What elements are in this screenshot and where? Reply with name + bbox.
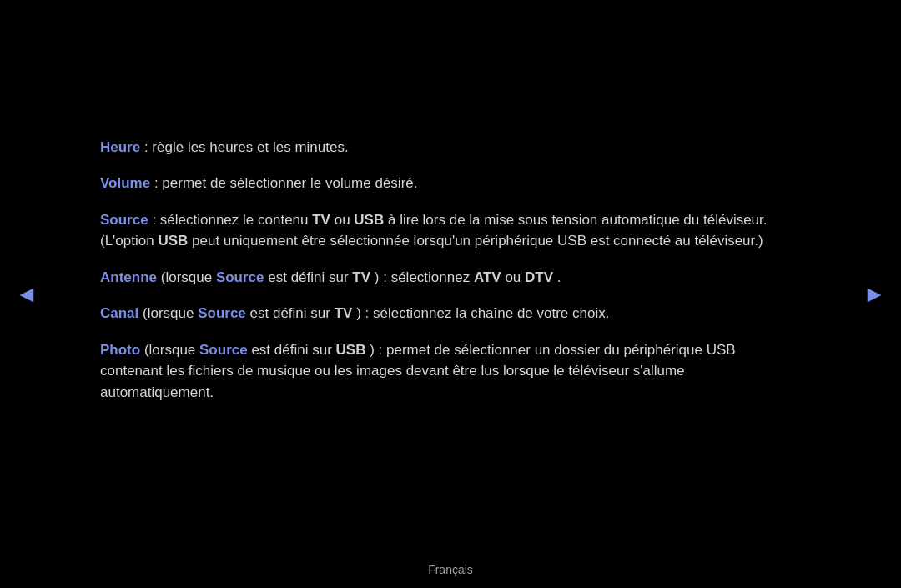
antenne-text-4: ou	[505, 269, 525, 285]
source-text-2: ou	[335, 212, 355, 228]
antenne-text-2: est défini sur	[268, 269, 352, 285]
content-area: Heure : règle les heures et les minutes.…	[50, 0, 851, 555]
canal-text-1: (lorsque	[143, 305, 198, 321]
term-volume: Volume	[100, 175, 150, 191]
volume-text: : permet de sélectionner le volume désir…	[154, 175, 418, 191]
term-atv: ATV	[474, 269, 501, 285]
nav-arrow-left[interactable]: ◄	[15, 281, 38, 308]
nav-arrow-right[interactable]: ►	[863, 281, 886, 308]
footer-language: Français	[428, 563, 473, 576]
term-antenne: Antenne	[100, 269, 157, 285]
term-dtv: DTV	[525, 269, 553, 285]
canal-text-3: ) : sélectionnez la chaîne de votre choi…	[356, 305, 609, 321]
term-source-canal: Source	[198, 305, 246, 321]
term-tv-canal: TV	[335, 305, 353, 321]
paragraph-heure: Heure : règle les heures et les minutes.	[100, 137, 801, 158]
term-tv-antenne: TV	[352, 269, 370, 285]
antenne-text-5: .	[557, 269, 561, 285]
antenne-text-3: ) : sélectionnez	[375, 269, 474, 285]
photo-text-2: est défini sur	[251, 342, 335, 358]
source-text-1: : sélectionnez le contenu	[152, 212, 312, 228]
term-tv-1: TV	[312, 212, 330, 228]
paragraph-volume: Volume : permet de sélectionner le volum…	[100, 173, 801, 194]
paragraph-source: Source : sélectionnez le contenu TV ou U…	[100, 209, 801, 252]
term-source: Source	[100, 212, 148, 228]
paragraph-antenne: Antenne (lorsque Source est défini sur T…	[100, 267, 801, 289]
term-usb-photo: USB	[336, 342, 366, 358]
term-heure: Heure	[100, 139, 140, 155]
term-usb-1: USB	[354, 212, 384, 228]
heure-text: : règle les heures et les minutes.	[144, 139, 349, 155]
paragraph-canal: Canal (lorsque Source est défini sur TV …	[100, 303, 801, 324]
term-canal: Canal	[100, 305, 138, 321]
term-usb-2: USB	[158, 233, 188, 249]
term-source-photo: Source	[199, 342, 248, 358]
source-text-4: peut uniquement être sélectionnée lorsqu…	[192, 233, 763, 249]
paragraph-photo: Photo (lorsque Source est défini sur USB…	[100, 339, 801, 404]
photo-text-1: (lorsque	[144, 342, 199, 358]
antenne-text-1: (lorsque	[161, 269, 216, 285]
term-source-antenne: Source	[216, 269, 264, 285]
term-photo: Photo	[100, 342, 140, 358]
canal-text-2: est défini sur	[250, 305, 335, 321]
